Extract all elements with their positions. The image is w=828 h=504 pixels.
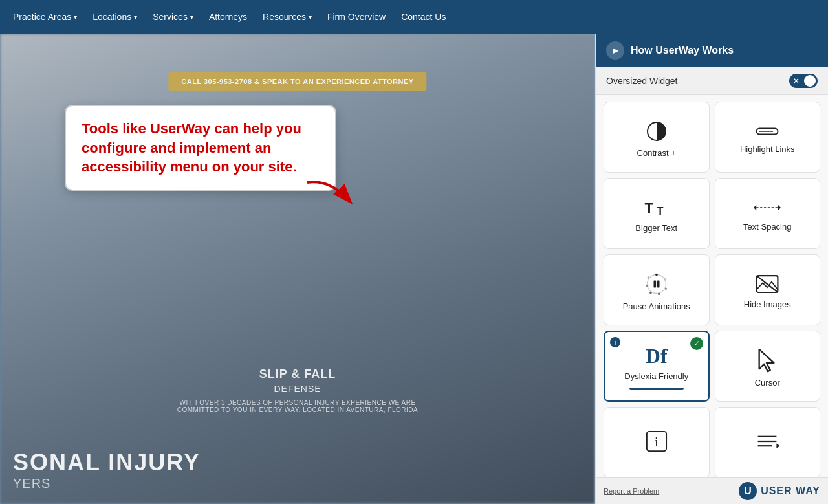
- oversized-toggle[interactable]: ✕: [789, 74, 818, 88]
- tooltip-text: Tools like UserWay can help you configur…: [82, 119, 320, 177]
- card-hide-images[interactable]: Hide Images: [715, 254, 821, 325]
- svg-line-21: [757, 276, 778, 292]
- svg-point-11: [655, 273, 658, 276]
- dyslexia-label: Dyslexia Friendly: [624, 371, 688, 381]
- accessibility-grid: Contrast + Highlight Links T: [596, 95, 828, 477]
- svg-text:i: i: [655, 434, 659, 449]
- svg-point-13: [664, 287, 667, 290]
- userway-header: ▶ How UserWay Works: [596, 34, 828, 67]
- hero-area: CALL 305-953-2708 & SPEAK TO AN EXPERIEN…: [0, 34, 595, 504]
- highlight-links-icon: [756, 124, 779, 139]
- chevron-down-icon: ▾: [309, 14, 312, 21]
- active-check-badge: ✓: [690, 337, 703, 350]
- report-problem-link[interactable]: Report a Problem: [604, 487, 659, 495]
- svg-marker-22: [759, 349, 774, 371]
- svg-point-14: [658, 292, 660, 295]
- nav-locations[interactable]: Locations ▾: [93, 12, 137, 22]
- svg-marker-8: [754, 204, 756, 210]
- nav-attorneys[interactable]: Attorneys: [209, 12, 247, 22]
- text-spacing-label: Text Spacing: [743, 222, 791, 232]
- nav-services[interactable]: Services ▾: [153, 12, 193, 22]
- card-dyslexia-friendly[interactable]: i ✓ Df Dyslexia Friendly: [604, 331, 710, 402]
- defense-text: DEFENSE: [0, 384, 595, 394]
- navigation-bar: Practice Areas ▾ Locations ▾ Services ▾ …: [0, 0, 828, 34]
- hero-text-overlay: SLIP & FALL DEFENSE WITH OVER 3 DECADES …: [0, 367, 595, 413]
- svg-rect-19: [657, 280, 660, 287]
- dyslexia-icon: Df: [646, 345, 668, 366]
- hero-sub-text: WITH OVER 3 DECADES OF PERSONAL INJURY E…: [0, 399, 595, 413]
- userway-panel: ▶ How UserWay Works Oversized Widget ✕: [595, 34, 828, 504]
- card-bigger-text[interactable]: T T Bigger Text: [604, 178, 710, 249]
- card-reading-guide[interactable]: [715, 407, 821, 477]
- chevron-down-icon: ▾: [134, 14, 137, 21]
- contrast-icon: [645, 120, 668, 143]
- card-contrast[interactable]: Contrast +: [604, 102, 710, 173]
- chevron-down-icon: ▾: [190, 14, 193, 21]
- svg-point-17: [647, 276, 649, 279]
- card-info[interactable]: i: [604, 407, 710, 477]
- hero-banner: CALL 305-953-2708 & SPEAK TO AN EXPERIEN…: [168, 72, 426, 91]
- userway-footer: Report a Problem U USER WAY: [596, 477, 828, 504]
- bigger-text-label: Bigger Text: [635, 223, 677, 233]
- card-text-spacing[interactable]: Text Spacing: [715, 178, 821, 249]
- svg-point-16: [646, 284, 648, 287]
- svg-point-12: [664, 278, 666, 280]
- highlight-links-label: Highlight Links: [740, 144, 795, 154]
- userway-brand-icon: U: [739, 482, 757, 500]
- hero-bottom-text: SONAL INJURY YERS: [13, 449, 201, 491]
- card-pause-animations[interactable]: Pause Animations: [604, 254, 710, 325]
- userway-brand: U USER WAY: [739, 482, 820, 500]
- chevron-down-icon: ▾: [74, 14, 77, 21]
- toggle-x-icon: ✕: [793, 77, 799, 85]
- hide-images-icon: [755, 274, 779, 294]
- slip-fall-text: SLIP & FALL: [0, 367, 595, 381]
- svg-point-15: [649, 291, 652, 294]
- svg-point-10: [647, 274, 666, 293]
- svg-rect-18: [653, 280, 656, 287]
- card-cursor[interactable]: Cursor: [715, 331, 821, 402]
- userway-brand-label: USER WAY: [761, 485, 820, 497]
- dyslexia-progress-bar: [629, 388, 684, 390]
- info-icon: i: [646, 430, 668, 452]
- nav-resources[interactable]: Resources ▾: [263, 12, 312, 22]
- reading-guide-icon: [756, 432, 779, 451]
- card-highlight-links[interactable]: Highlight Links: [715, 102, 821, 173]
- pause-animations-label: Pause Animations: [623, 301, 690, 311]
- play-button[interactable]: ▶: [606, 41, 624, 60]
- main-layout: CALL 305-953-2708 & SPEAK TO AN EXPERIEN…: [0, 34, 828, 504]
- svg-text:T: T: [644, 200, 653, 216]
- contrast-label: Contrast +: [637, 148, 676, 158]
- text-spacing-icon: [754, 199, 781, 217]
- tooltip-arrow: [304, 176, 356, 211]
- userway-header-title: How UserWay Works: [631, 45, 734, 56]
- svg-marker-28: [777, 444, 779, 448]
- nav-practice-areas[interactable]: Practice Areas ▾: [13, 12, 77, 22]
- hide-images-label: Hide Images: [744, 300, 791, 309]
- cursor-icon: [756, 348, 778, 373]
- info-badge: i: [610, 337, 620, 347]
- svg-text:T: T: [657, 206, 664, 217]
- oversized-widget-row: Oversized Widget ✕: [596, 67, 828, 95]
- nav-contact-us[interactable]: Contact Us: [401, 12, 446, 22]
- nav-firm-overview[interactable]: Firm Overview: [327, 12, 386, 22]
- cursor-label: Cursor: [755, 378, 780, 388]
- svg-marker-9: [778, 204, 781, 210]
- bigger-text-icon: T T: [644, 197, 670, 218]
- toggle-knob: [804, 75, 816, 87]
- tooltip-bubble: Tools like UserWay can help you configur…: [65, 105, 336, 191]
- pause-animations-icon: [644, 272, 669, 296]
- oversized-widget-label: Oversized Widget: [606, 76, 677, 86]
